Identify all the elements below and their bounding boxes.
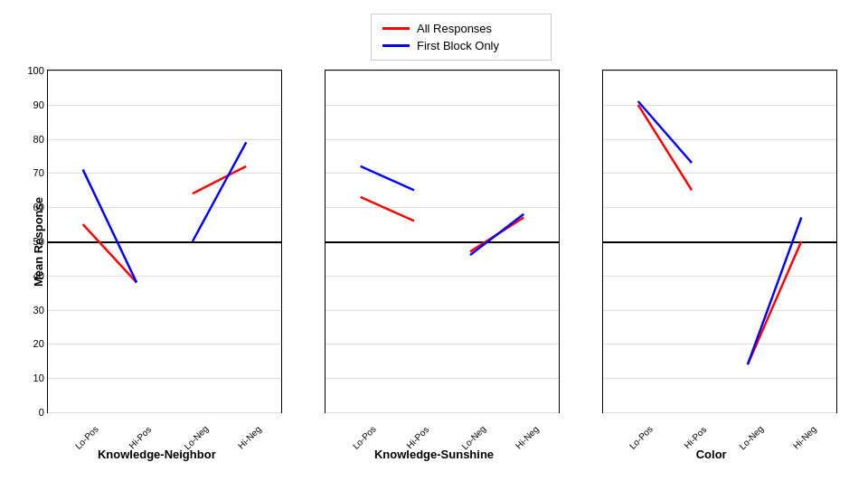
svg-line-6 bbox=[361, 166, 414, 190]
svg-line-4 bbox=[361, 197, 414, 221]
legend-label-all: All Responses bbox=[417, 22, 492, 35]
x-tick-1-3: Hi-Neg bbox=[514, 424, 541, 451]
y-tick-30: 30 bbox=[33, 305, 48, 316]
svg-line-9 bbox=[748, 241, 801, 364]
x-tick-2-3: Hi-Neg bbox=[791, 424, 818, 451]
y-tick-20: 20 bbox=[33, 338, 48, 349]
y-tick-60: 60 bbox=[33, 202, 48, 212]
x-tick-2-0: Lo-Pos bbox=[627, 424, 655, 451]
svg-line-11 bbox=[748, 218, 801, 365]
legend-item-all: All Responses bbox=[382, 22, 492, 35]
y-tick-70: 70 bbox=[33, 167, 48, 178]
chart-title-2: Color bbox=[696, 448, 727, 461]
chart-title-1: Knowledge-Sunshine bbox=[374, 448, 494, 461]
chart-area-2: Lo-PosHi-PosLo-NegHi-Neg bbox=[602, 70, 837, 413]
x-tick-0-3: Hi-Neg bbox=[236, 424, 263, 451]
y-tick-10: 10 bbox=[33, 373, 48, 383]
main-container: All Responses First Block Only Mean Resp… bbox=[0, 0, 868, 481]
legend-label-first: First Block Only bbox=[417, 39, 499, 52]
chart-area-1: Lo-PosHi-PosLo-NegHi-Neg bbox=[325, 70, 560, 413]
svg-line-1 bbox=[193, 166, 246, 193]
chart-with-yaxis-2: Lo-PosHi-PosLo-NegHi-Neg bbox=[586, 70, 837, 413]
chart-title-0: Knowledge-Neighbor bbox=[98, 448, 216, 461]
svg-line-0 bbox=[83, 224, 137, 282]
svg-line-2 bbox=[83, 170, 137, 283]
legend: All Responses First Block Only bbox=[371, 14, 552, 61]
svg-line-3 bbox=[193, 142, 246, 241]
svg-line-7 bbox=[470, 214, 524, 255]
y-tick-40: 40 bbox=[33, 270, 48, 281]
y-tick-50: 50 bbox=[33, 236, 48, 247]
chart-with-yaxis-0: Mean Response0102030405060708090100Lo-Po… bbox=[32, 70, 282, 413]
chart-area-0: 0102030405060708090100Lo-PosHi-PosLo-Neg… bbox=[47, 70, 282, 413]
legend-line-blue bbox=[382, 44, 410, 47]
chart-wrapper-0: Mean Response0102030405060708090100Lo-Po… bbox=[18, 70, 296, 461]
svg-line-10 bbox=[637, 101, 691, 163]
x-tick-0-0: Lo-Pos bbox=[72, 424, 99, 451]
y-tick-80: 80 bbox=[33, 134, 48, 145]
y-tick-0: 0 bbox=[39, 407, 48, 418]
legend-line-red bbox=[382, 27, 410, 30]
chart-with-yaxis-1: Lo-PosHi-PosLo-NegHi-Neg bbox=[308, 70, 560, 413]
x-tick-2-2: Lo-Neg bbox=[737, 423, 765, 451]
y-tick-90: 90 bbox=[33, 99, 48, 110]
chart-wrapper-2: Lo-PosHi-PosLo-NegHi-NegColor bbox=[572, 70, 850, 461]
svg-line-8 bbox=[637, 105, 691, 191]
y-tick-100: 100 bbox=[27, 65, 47, 76]
charts-row: Mean Response0102030405060708090100Lo-Po… bbox=[18, 70, 850, 472]
chart-wrapper-1: Lo-PosHi-PosLo-NegHi-NegKnowledge-Sunshi… bbox=[296, 70, 573, 461]
legend-item-first: First Block Only bbox=[382, 39, 499, 52]
